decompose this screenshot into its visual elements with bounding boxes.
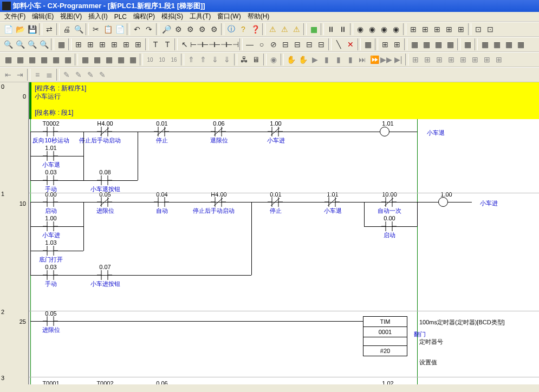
view-icon[interactable]: ▦ <box>14 54 26 66</box>
menu-file[interactable]: 文件(F) <box>4 12 25 21</box>
arrow-icon[interactable]: ⇓ <box>209 54 221 66</box>
view-icon[interactable]: ▦ <box>115 54 127 66</box>
brush-icon[interactable]: ✎ <box>61 69 73 81</box>
contact-addr[interactable]: 0.06 <box>203 120 235 127</box>
compare-icon[interactable]: ⇄ <box>43 23 55 35</box>
contact-addr[interactable]: 0.04 <box>146 191 178 198</box>
zoom-in-icon[interactable]: 🔍 <box>2 38 14 50</box>
contact-addr[interactable]: T0001 <box>35 380 67 384</box>
x-icon[interactable]: ⊞ <box>493 54 505 66</box>
node-icon[interactable]: ◉ <box>366 23 378 35</box>
view-icon[interactable]: ▦ <box>2 54 14 66</box>
func-icon[interactable]: ⊟ <box>315 38 327 50</box>
indent-icon[interactable]: ⇥ <box>14 69 26 81</box>
text-icon[interactable]: T <box>150 38 161 50</box>
fwd-icon[interactable]: ⏭ <box>356 54 368 66</box>
view-icon[interactable]: ▦ <box>503 38 515 50</box>
fwd-icon[interactable]: ▶▶ <box>380 54 392 66</box>
num-icon[interactable]: 10 <box>156 54 168 66</box>
rail-icon[interactable]: ⊞ <box>407 23 419 35</box>
view-icon[interactable]: ▦ <box>79 54 91 66</box>
cursor-icon[interactable]: ↖ <box>179 38 191 50</box>
x-icon[interactable]: ⊞ <box>445 54 457 66</box>
view-icon[interactable]: ⊞ <box>120 38 132 50</box>
view-icon[interactable]: ⊞ <box>85 38 96 50</box>
tool-icon[interactable]: ⚙ <box>196 23 208 35</box>
view-icon[interactable]: ▦ <box>38 54 50 66</box>
zoom-out-icon[interactable]: 🔍 <box>14 38 26 50</box>
contact-addr[interactable]: 0.01 <box>146 120 178 127</box>
grid-icon[interactable]: ▦ <box>55 38 67 50</box>
node-icon[interactable]: ◉ <box>378 23 390 35</box>
menu-plc[interactable]: PLC <box>114 13 127 21</box>
misc-icon[interactable]: ⊡ <box>472 23 484 35</box>
contact-addr[interactable]: 0.01 <box>259 191 292 198</box>
mem-icon[interactable]: ⊞ <box>379 38 391 50</box>
hand-icon[interactable]: ✋ <box>297 54 309 66</box>
x-icon[interactable]: ⊞ <box>457 54 469 66</box>
align-icon[interactable]: ≣ <box>43 69 55 81</box>
preview-icon[interactable]: 🔍 <box>73 23 85 35</box>
online-icon[interactable]: 🖧 <box>238 54 250 66</box>
view-icon[interactable]: ⊞ <box>132 38 144 50</box>
num-icon[interactable]: 16 <box>168 54 180 66</box>
contact-addr[interactable]: 0.00 <box>35 191 67 198</box>
contact-addr[interactable]: 1.01 <box>35 145 67 151</box>
view-icon[interactable]: ▦ <box>103 54 115 66</box>
rail-icon[interactable]: ⊞ <box>455 23 467 35</box>
fwd-icon[interactable]: ⏩ <box>368 54 380 66</box>
align-icon[interactable]: ≡ <box>31 69 43 81</box>
ladder-canvas[interactable]: [程序名 : 新程序1] 小车运行 [段名称 : 段1] T0002 反向10秒… <box>29 82 539 384</box>
brush-icon[interactable]: ✎ <box>73 69 85 81</box>
func-icon[interactable]: ⊟ <box>303 38 315 50</box>
info-icon[interactable]: ⓘ <box>225 23 237 35</box>
menu-insert[interactable]: 插入(I) <box>88 12 107 21</box>
play-icon[interactable]: ▶ <box>309 54 321 66</box>
tool-icon[interactable]: ⚙ <box>208 23 220 35</box>
view-icon[interactable]: ▦ <box>515 38 527 50</box>
view-icon[interactable]: ⊞ <box>108 38 120 50</box>
context-help-icon[interactable]: ❓ <box>249 23 261 35</box>
contact-addr[interactable]: 1.01 <box>316 191 349 198</box>
brush-icon[interactable]: ✎ <box>85 69 96 81</box>
x-icon[interactable]: ⊞ <box>410 54 421 66</box>
contact-addr[interactable]: T0002 <box>89 380 121 384</box>
menu-help[interactable]: 帮助(H) <box>248 12 270 21</box>
view-icon[interactable]: ▦ <box>432 38 444 50</box>
menu-edit[interactable]: 编辑(E) <box>32 12 54 21</box>
output-coil[interactable] <box>380 127 389 136</box>
contact-addr[interactable]: 0.08 <box>89 169 121 175</box>
func-icon[interactable]: ⊟ <box>291 38 303 50</box>
menu-tools[interactable]: 工具(T) <box>190 12 211 21</box>
brush-icon[interactable]: ✎ <box>96 69 108 81</box>
view-icon[interactable]: ▦ <box>50 54 62 66</box>
contact-addr[interactable]: 1.00 <box>259 120 292 127</box>
warn-icon[interactable]: ⚠ <box>278 23 290 35</box>
line-icon[interactable]: ╲ <box>333 38 345 50</box>
contact-addr[interactable]: 0.06 <box>146 380 178 384</box>
view-icon[interactable]: ▦ <box>420 38 432 50</box>
fwd-icon[interactable]: ▶| <box>392 54 404 66</box>
bar-icon[interactable]: ▮ <box>321 54 333 66</box>
rail-icon[interactable]: ⊞ <box>419 23 431 35</box>
contact-addr[interactable]: 0.05 <box>89 191 121 198</box>
bar-icon[interactable]: ▮ <box>345 54 356 66</box>
text-icon[interactable]: T <box>161 38 173 50</box>
menu-window[interactable]: 窗口(W) <box>217 12 241 21</box>
zoom-fit-icon[interactable]: 🔍 <box>26 38 38 50</box>
zoom-icon[interactable]: 🔍 <box>38 38 50 50</box>
contact-nc-icon[interactable]: ⊢⊣ <box>203 38 215 50</box>
rail-icon[interactable]: ⊞ <box>443 23 455 35</box>
x-icon[interactable]: ⊞ <box>433 54 445 66</box>
func-icon[interactable]: ⊟ <box>280 38 291 50</box>
num-icon[interactable]: 10 <box>144 54 156 66</box>
view-icon[interactable]: ▦ <box>26 54 38 66</box>
misc-icon[interactable]: ⊡ <box>484 23 496 35</box>
view-icon[interactable]: ▦ <box>408 38 420 50</box>
hline-icon[interactable]: — <box>244 38 256 50</box>
hand-icon[interactable]: ✋ <box>285 54 297 66</box>
menu-simulate[interactable]: 模拟(S) <box>161 12 183 21</box>
contact-addr[interactable]: 0.03 <box>35 169 67 175</box>
contact-addr[interactable]: 10.00 <box>373 191 406 198</box>
find-icon[interactable]: 🔎 <box>160 23 172 35</box>
